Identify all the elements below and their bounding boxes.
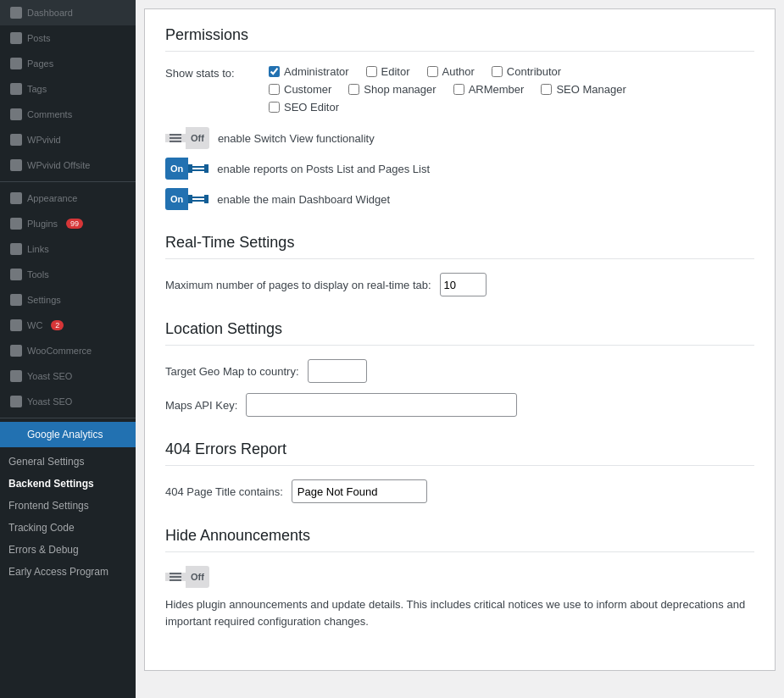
checkbox-seo-editor[interactable]: SEO Editor xyxy=(269,101,339,114)
yoast2-icon xyxy=(10,396,22,407)
sub-nav-tracking-code[interactable]: Tracking Code xyxy=(0,517,136,539)
realtime-title: Real-Time Settings xyxy=(165,234,754,259)
appearance-icon xyxy=(10,192,22,204)
checkbox-seo-editor-input[interactable] xyxy=(269,102,280,113)
toggle-posts-list: On enable reports on Posts List and Page… xyxy=(165,158,754,180)
sub-nav-early-access[interactable]: Early Access Program xyxy=(0,561,136,583)
checkbox-customer[interactable]: Customer xyxy=(269,83,331,96)
links-icon xyxy=(10,243,22,255)
geo-map-label: Target Geo Map to country: xyxy=(165,365,299,378)
toggle-dashboard-widget-btn[interactable]: On xyxy=(165,188,209,210)
sidebar: Dashboard Posts Pages Tags Comments WPvi… xyxy=(0,0,136,698)
sidebar-item-pages[interactable]: Pages xyxy=(0,51,136,76)
sidebar-item-label: WPvivid Offsite xyxy=(27,160,90,170)
sidebar-item-label: Dashboard xyxy=(27,8,73,18)
sidebar-item-google-analytics[interactable]: Google Analytics xyxy=(0,422,136,447)
checkbox-shop-manager[interactable]: Shop manager xyxy=(348,83,436,96)
sidebar-item-label: Plugins xyxy=(27,219,58,229)
permissions-row: Show stats to: Administrator Editor xyxy=(165,65,754,114)
sidebar-item-comments[interactable]: Comments xyxy=(0,102,136,127)
sidebar-item-wc[interactable]: WC 2 xyxy=(0,313,136,338)
checkbox-customer-input[interactable] xyxy=(269,84,280,95)
sub-nav-frontend-settings[interactable]: Frontend Settings xyxy=(0,495,136,517)
sidebar-item-label: Yoast SEO xyxy=(27,396,72,407)
max-pages-label: Maximum number of pages to display on re… xyxy=(165,279,431,291)
errors404-title: 404 Errors Report xyxy=(165,440,754,466)
checkbox-author[interactable]: Author xyxy=(427,65,475,78)
sidebar-item-posts[interactable]: Posts xyxy=(0,25,136,51)
toggle-switch-view-btn[interactable]: Off xyxy=(165,127,209,149)
wpvivid-offsite-icon xyxy=(10,159,22,171)
analytics-icon xyxy=(10,429,22,440)
sub-nav-errors-debug[interactable]: Errors & Debug xyxy=(0,539,136,561)
analytics-sub-nav: General Settings Backend Settings Fronte… xyxy=(0,447,136,586)
sidebar-item-settings[interactable]: Settings xyxy=(0,287,136,313)
realtime-section: Real-Time Settings Maximum number of pag… xyxy=(165,234,754,296)
checkbox-row-2: Customer Shop manager ARMember SEO xyxy=(269,83,626,96)
checkbox-author-input[interactable] xyxy=(427,66,438,77)
sidebar-item-wpvivid[interactable]: WPvivid xyxy=(0,127,136,152)
page-title-input[interactable] xyxy=(292,479,427,503)
sidebar-item-links[interactable]: Links xyxy=(0,236,136,262)
checkbox-administrator-label: Administrator xyxy=(284,65,349,78)
checkbox-shop-manager-label: Shop manager xyxy=(364,83,436,96)
sidebar-item-yoast[interactable]: Yoast SEO xyxy=(0,363,136,389)
sidebar-item-label: WPvivid xyxy=(27,135,61,145)
sidebar-item-yoast2[interactable]: Yoast SEO xyxy=(0,389,136,414)
announcements-toggle-btn[interactable]: Off xyxy=(165,566,209,588)
sub-nav-general-settings[interactable]: General Settings xyxy=(0,451,136,473)
sub-nav-backend-settings[interactable]: Backend Settings xyxy=(0,473,136,495)
checkbox-shop-manager-input[interactable] xyxy=(348,84,359,95)
location-title: Location Settings xyxy=(165,320,754,346)
sidebar-item-dashboard[interactable]: Dashboard xyxy=(0,0,136,25)
checkbox-contributor[interactable]: Contributor xyxy=(492,65,561,78)
sidebar-item-label: Appearance xyxy=(27,193,77,203)
toggle-posts-list-label: enable reports on Posts List and Pages L… xyxy=(217,163,430,175)
sidebar-item-label: Tools xyxy=(27,269,49,280)
maps-api-label: Maps API Key: xyxy=(165,399,237,412)
page-title-row: 404 Page Title contains: xyxy=(165,479,754,503)
toggles-container: Off enable Switch View functionality On … xyxy=(165,127,754,210)
page-title-label: 404 Page Title contains: xyxy=(165,485,283,498)
sidebar-item-tags[interactable]: Tags xyxy=(0,76,136,102)
maps-api-row: Maps API Key: xyxy=(165,393,754,417)
max-pages-row: Maximum number of pages to display on re… xyxy=(165,273,754,296)
geo-map-input[interactable] xyxy=(308,359,367,383)
checkbox-editor[interactable]: Editor xyxy=(366,65,410,78)
sidebar-item-tools[interactable]: Tools xyxy=(0,262,136,287)
checkbox-administrator-input[interactable] xyxy=(269,66,280,77)
sidebar-item-woocommerce[interactable]: WooCommerce xyxy=(0,338,136,363)
sidebar-item-appearance[interactable]: Appearance xyxy=(0,186,136,211)
hide-announcements-section: Hide Announcements Off Hides plugin anno… xyxy=(165,527,754,629)
sidebar-item-plugins[interactable]: Plugins 99 xyxy=(0,211,136,236)
checkbox-armember-input[interactable] xyxy=(453,84,464,95)
checkbox-armember-label: ARMember xyxy=(469,83,525,96)
location-section: Location Settings Target Geo Map to coun… xyxy=(165,320,754,417)
sidebar-item-label: WC xyxy=(27,320,42,330)
sidebar-item-wpvivid-offsite[interactable]: WPvivid Offsite xyxy=(0,152,136,178)
sub-nav-label: General Settings xyxy=(8,456,84,468)
comments-icon xyxy=(10,108,22,120)
max-pages-input[interactable] xyxy=(440,273,487,296)
checkboxes-container: Administrator Editor Author Contrib xyxy=(269,65,626,114)
maps-api-input[interactable] xyxy=(246,393,517,417)
toggle-off-label-announce: Off xyxy=(186,566,209,588)
announcements-description: Hides plugin announcements and update de… xyxy=(165,596,754,629)
permissions-title: Permissions xyxy=(165,26,754,52)
toggle-posts-list-btn[interactable]: On xyxy=(165,158,209,180)
toggle-dashboard-widget-label: enable the main Dashboard Widget xyxy=(217,193,390,206)
checkbox-armember[interactable]: ARMember xyxy=(453,83,525,96)
toggle-icon-announce xyxy=(165,573,186,581)
sidebar-item-label: Posts xyxy=(27,33,51,43)
checkbox-contributor-input[interactable] xyxy=(492,66,503,77)
yoast-icon xyxy=(10,370,22,382)
wpvivid-icon xyxy=(10,134,22,146)
sidebar-item-label: Comments xyxy=(27,109,72,119)
sidebar-item-label: Pages xyxy=(27,58,53,69)
checkbox-seo-manager-input[interactable] xyxy=(541,84,552,95)
checkbox-customer-label: Customer xyxy=(284,83,331,96)
plugins-badge: 99 xyxy=(66,219,83,229)
checkbox-editor-input[interactable] xyxy=(366,66,377,77)
checkbox-seo-manager[interactable]: SEO Manager xyxy=(541,83,626,96)
checkbox-administrator[interactable]: Administrator xyxy=(269,65,349,78)
